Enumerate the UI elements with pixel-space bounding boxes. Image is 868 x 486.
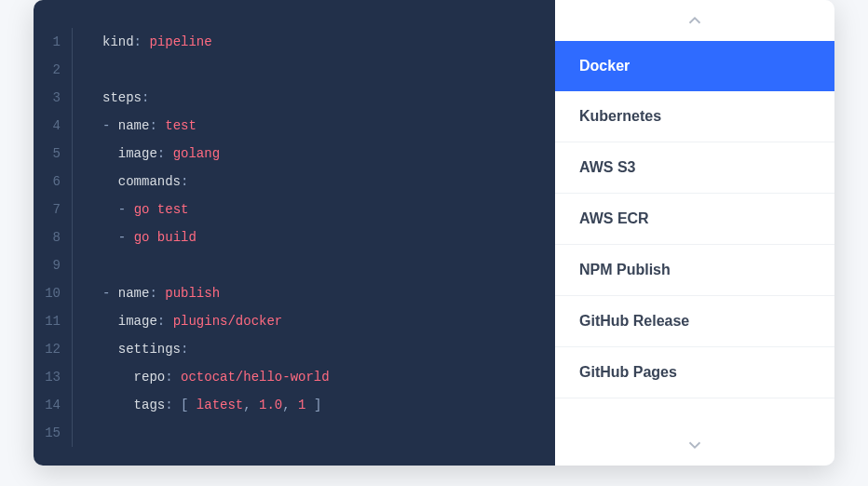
code-token-key: tags [134,398,166,412]
code-token-punc: : [181,342,188,357]
line-number: 15 [34,419,61,447]
line-number: 7 [34,196,61,223]
chevron-down-icon [685,435,705,455]
code-token-val: plugins/docker [173,314,283,329]
code-token-pad [102,230,118,245]
line-number: 3 [34,84,61,112]
code-editor: 123456789101112131415 kind: pipeline ste… [34,0,555,466]
sidebar-item-github-release[interactable]: GitHub Release [555,296,834,347]
code-token-punc: : [157,146,173,161]
line-number: 13 [34,363,61,391]
code-line: image: golang [102,140,330,168]
code-line: steps: [102,84,330,112]
code-token-key: repo [134,370,166,385]
sidebar-item-github-pages[interactable]: GitHub Pages [555,347,834,398]
sidebar-item-aws-s3[interactable]: AWS S3 [555,142,834,194]
code-token-punc: : [149,286,165,301]
line-number: 8 [34,223,61,251]
code-line: image: plugins/docker [102,307,330,335]
code-token-pad [102,146,118,161]
code-token-dash: - [102,286,118,301]
code-token-dash: - [118,202,134,217]
code-token-val: publish [165,286,220,301]
code-token-key: commands [118,174,181,189]
code-token-val: octocat/hello-world [181,370,330,385]
sidebar-item-label: Docker [579,58,630,74]
sidebar-item-label: Kubernetes [579,108,661,124]
line-number: 10 [34,279,61,307]
line-number: 4 [34,112,61,140]
code-line: kind: pipeline [102,28,330,56]
code-token-val: 1.0 [259,398,282,412]
sidebar-item-label: AWS S3 [579,159,635,175]
code-token-key: steps [102,90,142,105]
code-line [102,251,330,279]
code-line: settings: [102,335,330,363]
code-token-val: 1 [298,398,305,412]
code-token-punc: ] [306,398,322,412]
code-token-key: image [118,314,157,329]
line-gutter: 123456789101112131415 [34,28,73,447]
line-number: 5 [34,140,61,168]
code-token-val: go build [134,230,197,245]
code-line: - go test [102,196,330,223]
code-token-punc: : [149,118,165,133]
sidebar-items: DockerKubernetesAWS S3AWS ECRNPM Publish… [555,41,834,425]
line-number: 6 [34,168,61,196]
code-token-punc: : [165,370,181,385]
code-token-pad [102,398,134,412]
code-line: commands: [102,168,330,196]
code-line: - name: publish [102,279,330,307]
code-token-pad [102,314,118,329]
code-line [102,56,330,84]
sidebar-item-label: GitHub Pages [579,364,677,380]
code-token-punc: : [ [165,398,197,412]
code-token-key: image [118,146,157,161]
code-token-pad [102,174,118,189]
code-token-val: test [165,118,197,133]
code-token-dash: - [118,230,134,245]
sidebar-item-label: GitHub Release [579,313,689,329]
code-token-punc: : [134,34,150,49]
line-number: 14 [34,391,61,419]
code-body: kind: pipeline steps:- name: test image:… [73,28,330,447]
sidebar-item-kubernetes[interactable]: Kubernetes [555,91,834,142]
code-line [102,419,330,447]
code-token-val: golang [173,146,220,161]
sidebar-item-npm-publish[interactable]: NPM Publish [555,245,834,296]
code-token-punc: : [181,174,188,189]
code-token-pad [102,370,134,385]
sidebar-item-label: AWS ECR [579,210,649,226]
code-token-val: pipeline [149,34,211,49]
code-token-pad [102,342,118,357]
code-token-dash: - [102,118,118,133]
code-line: - go build [102,223,330,251]
scroll-up-button[interactable] [555,0,834,41]
code-token-val: latest [197,398,243,412]
sidebar-item-label: NPM Publish [579,262,671,277]
code-line: - name: test [102,112,330,140]
line-number: 9 [34,251,61,279]
code-token-punc: : [157,314,173,329]
app-container: 123456789101112131415 kind: pipeline ste… [34,0,834,466]
line-number: 2 [34,56,61,84]
plugin-sidebar: DockerKubernetesAWS S3AWS ECRNPM Publish… [555,0,834,466]
code-line: repo: octocat/hello-world [102,363,330,391]
code-token-pad [102,202,118,217]
code-token-key: name [118,118,150,133]
code-token-key: kind [102,34,134,49]
sidebar-item-aws-ecr[interactable]: AWS ECR [555,194,834,245]
line-number: 11 [34,307,61,335]
code-token-val: go test [134,202,189,217]
sidebar-item-docker[interactable]: Docker [555,41,834,91]
chevron-up-icon [685,10,705,31]
code-token-punc: , [243,398,259,412]
line-number: 12 [34,335,61,363]
code-token-key: settings [118,342,181,357]
scroll-down-button[interactable] [555,425,834,466]
code-line: tags: [ latest, 1.0, 1 ] [102,391,330,419]
code-token-key: name [118,286,150,301]
line-number: 1 [34,28,61,56]
code-token-punc: , [282,398,298,412]
code-token-punc: : [142,90,149,105]
